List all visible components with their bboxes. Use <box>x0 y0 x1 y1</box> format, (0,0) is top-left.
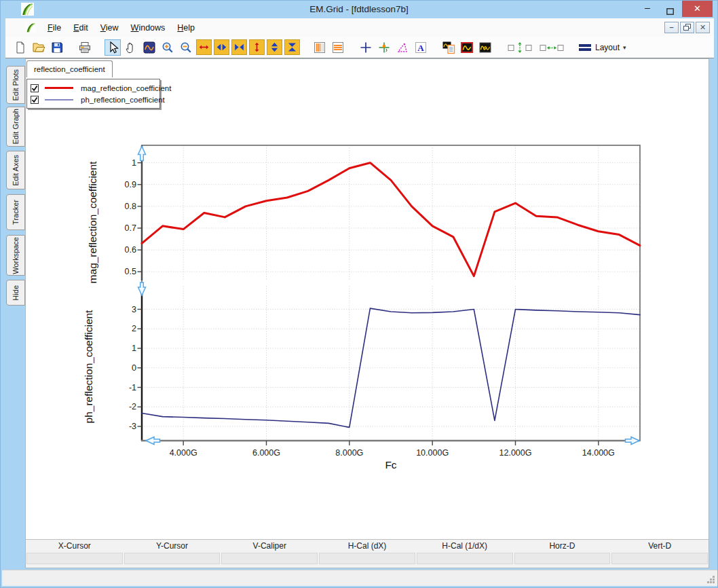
svg-text:3: 3 <box>132 305 136 314</box>
printer-icon <box>78 41 92 54</box>
pan-hand-button[interactable] <box>123 39 139 56</box>
svg-text:Fc: Fc <box>385 459 396 471</box>
sidebar-tab-edit-graph[interactable]: Edit Graph <box>6 107 25 147</box>
zoom-out-button[interactable] <box>178 39 194 56</box>
toolbar: A Layout ▾ <box>5 37 714 58</box>
sidebar-tab-label: Edit Axes <box>12 155 20 186</box>
mdi-restore-button[interactable] <box>680 22 694 33</box>
sidebar-tab-tracker[interactable]: Tracker <box>6 194 25 230</box>
vertical-lines-icon <box>313 41 326 54</box>
maximize-button[interactable] <box>660 1 680 17</box>
close-button[interactable]: ✕ <box>682 1 713 17</box>
sidebar-tab-edit-axes[interactable]: Edit Axes <box>6 151 25 189</box>
svg-text:-3: -3 <box>129 422 136 431</box>
chart-svg[interactable]: 10.90.80.70.60.5mag_reflection_coefficie… <box>26 59 708 538</box>
arrows-out-x-button[interactable] <box>214 39 229 55</box>
svg-text:mag_reflection_coefficient: mag_reflection_coefficient <box>87 161 98 283</box>
legend-item-label: mag_reflection_coefficient <box>81 84 171 92</box>
resize-grip[interactable] <box>707 576 715 583</box>
sidebar-tab-workspace[interactable]: Workspace <box>6 235 25 276</box>
svg-text:1: 1 <box>132 158 136 168</box>
new-document-button[interactable] <box>12 39 29 56</box>
mdi-minimize-button[interactable]: – <box>664 22 679 33</box>
text-annotation-button[interactable]: A <box>413 39 429 56</box>
expand-x-button[interactable] <box>196 39 212 55</box>
sidebar-tab-label: Hide <box>12 285 20 301</box>
zoom-region-icon <box>143 41 156 54</box>
plot-window-button[interactable] <box>459 39 475 56</box>
cursor-col-x-cursor: X-Cursor <box>26 540 124 553</box>
svg-text:4.000G: 4.000G <box>170 448 197 458</box>
restore-icon <box>683 24 691 31</box>
layout-icon <box>578 43 592 52</box>
vertical-markers-button[interactable] <box>311 39 328 56</box>
cursor-value-cell <box>611 553 708 564</box>
arrows-in-x-button[interactable] <box>231 39 247 55</box>
zoom-in-button[interactable] <box>159 39 176 56</box>
svg-text:14.000G: 14.000G <box>582 448 615 458</box>
sidebar-tab-edit-plots[interactable]: Edit Plots <box>6 66 25 104</box>
crosshair-button[interactable] <box>358 39 374 56</box>
menu-view[interactable]: View <box>94 20 125 35</box>
svg-text:0.5: 0.5 <box>125 267 136 276</box>
svg-text:1: 1 <box>132 344 136 353</box>
svg-text:8.000G: 8.000G <box>335 448 363 458</box>
zoom-out-icon <box>179 41 193 54</box>
cursor-value-cell <box>319 553 415 564</box>
app-window: EM.Grid - [fdtdlesson7b] – ✕ File Edit V… <box>0 0 718 588</box>
cursor-value-cell <box>221 553 318 564</box>
titlebar[interactable]: EM.Grid - [fdtdlesson7b] – ✕ <box>1 1 717 18</box>
arrows-out-y-button[interactable] <box>267 39 282 55</box>
legend-item: mag_reflection_coefficient <box>31 82 156 94</box>
multi-plot-window-button[interactable] <box>477 39 493 56</box>
legend-checkbox[interactable] <box>31 96 39 104</box>
horizontal-markers-button[interactable] <box>330 39 346 56</box>
legend-checkbox[interactable] <box>31 84 39 92</box>
sidebar-tab-hide[interactable]: Hide <box>6 280 25 306</box>
vertical-gap-button[interactable] <box>505 39 535 56</box>
checkmark-icon <box>31 85 38 92</box>
legend-item-label: ph_reflection_coefficient <box>81 96 165 104</box>
save-button[interactable] <box>49 39 65 56</box>
arrows-in-y-button[interactable] <box>284 39 300 55</box>
zoom-region-button[interactable] <box>141 39 157 56</box>
cursor-col-vert-d: Vert-D <box>611 540 708 553</box>
svg-text:-2: -2 <box>129 402 136 411</box>
cursor-value-cell <box>417 553 513 564</box>
h-expand-icon <box>198 41 210 53</box>
layout-dropdown[interactable]: Layout ▾ <box>574 41 630 54</box>
menu-windows[interactable]: Windows <box>125 20 172 35</box>
open-file-button[interactable] <box>31 39 47 56</box>
layout-label: Layout <box>595 43 620 52</box>
copy-plot-to-document-button[interactable] <box>440 39 457 56</box>
cursor-col-h-cal-dx: H-Cal (dX) <box>318 540 416 553</box>
cursor-col-y-cursor: Y-Cursor <box>124 540 221 553</box>
h-arrows-out-icon <box>216 41 227 53</box>
chevron-down-icon: ▾ <box>623 44 626 51</box>
save-floppy-icon <box>50 41 64 54</box>
cursor-value-cell <box>124 553 221 564</box>
menu-file[interactable]: File <box>41 20 67 35</box>
minimize-button[interactable]: – <box>637 1 658 17</box>
caliper-triangle-button[interactable] <box>394 39 411 56</box>
menu-edit[interactable]: Edit <box>67 20 94 35</box>
svg-text:A: A <box>417 42 424 52</box>
triangle-icon <box>396 41 409 54</box>
svg-text:0: 0 <box>132 363 136 373</box>
select-cursor-button[interactable] <box>105 39 121 56</box>
mdi-close-button[interactable]: ✕ <box>696 22 710 33</box>
cursor-col-h-cal-1dx: H-Cal (1/dX) <box>416 540 514 553</box>
tracker-button[interactable] <box>376 39 392 56</box>
horizontal-gap-button[interactable] <box>537 39 567 56</box>
crosshair-icon <box>359 41 373 54</box>
svg-text:0.7: 0.7 <box>125 223 136 233</box>
single-plot-icon <box>460 41 474 54</box>
vertical-gap-icon <box>506 41 533 54</box>
menu-help[interactable]: Help <box>171 20 201 35</box>
svg-text:0.8: 0.8 <box>125 202 136 211</box>
v-arrows-in-icon <box>286 41 298 53</box>
svg-text:12.000G: 12.000G <box>499 448 532 458</box>
print-button[interactable] <box>77 39 93 56</box>
expand-y-button[interactable] <box>249 39 265 55</box>
sidebar-tab-label: Tracker <box>12 200 20 225</box>
